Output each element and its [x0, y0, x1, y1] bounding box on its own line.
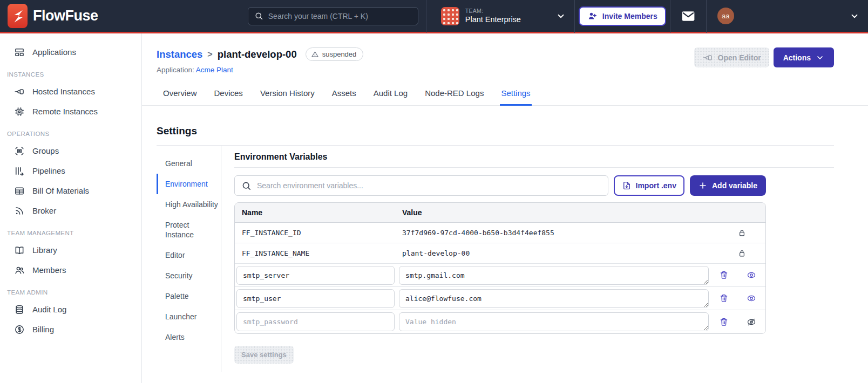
eye-icon	[746, 270, 757, 280]
table-row: alice@flowfuse.com	[235, 287, 765, 310]
trash-icon	[719, 270, 729, 280]
chevron-down-icon	[850, 11, 859, 21]
delete-variable-button[interactable]	[718, 269, 730, 281]
delete-variable-button[interactable]	[718, 292, 730, 304]
variable-name-input[interactable]	[236, 312, 395, 331]
sidebar-item-audit-log[interactable]: Audit Log	[0, 299, 141, 319]
sidebar-item-groups[interactable]: Groups	[0, 141, 141, 161]
broker-icon	[14, 206, 25, 216]
settings-nav-alerts[interactable]: Alerts	[157, 327, 221, 347]
env-search	[234, 175, 608, 196]
add-variable-label: Add variable	[712, 181, 757, 190]
tab-version-history[interactable]: Version History	[259, 85, 316, 106]
divider	[234, 167, 834, 168]
sidebar-item-pipelines[interactable]: Pipelines	[0, 161, 141, 181]
tab-audit-log[interactable]: Audit Log	[372, 85, 409, 106]
library-icon	[14, 245, 25, 256]
sidebar-item-label: Applications	[32, 47, 76, 57]
notifications-button[interactable]	[681, 10, 695, 22]
tab-assets[interactable]: Assets	[331, 85, 357, 106]
settings-nav-protect-instance[interactable]: Protect Instance	[157, 215, 221, 245]
user-plus-icon	[587, 11, 598, 21]
tab-devices[interactable]: Devices	[213, 85, 244, 106]
variable-value-textarea[interactable]: alice@flowfuse.com	[399, 289, 709, 308]
lock-icon	[737, 228, 747, 237]
settings-nav-security[interactable]: Security	[157, 265, 221, 286]
bill-of-materials-icon	[14, 186, 25, 196]
user-menu[interactable]: aa	[707, 8, 868, 24]
settings-nav-launcher[interactable]: Launcher	[157, 306, 221, 327]
breadcrumb: Instances > plant-develop-00 suspended	[157, 47, 363, 61]
variable-value-textarea[interactable]: smtp.gmail.com	[399, 266, 709, 285]
sidebar-item-label: Groups	[32, 146, 59, 155]
invite-members-label: Invite Members	[602, 12, 657, 20]
actions-button[interactable]: Actions	[774, 47, 834, 67]
sidebar-item-applications[interactable]: Applications	[0, 42, 141, 62]
warning-icon	[311, 50, 319, 58]
table-row: smtp.gmail.com	[235, 264, 765, 287]
lock-icon	[737, 249, 747, 258]
sidebar-item-members[interactable]: Members	[0, 260, 141, 280]
sidebar-item-broker[interactable]: Broker	[0, 201, 141, 221]
sidebar-item-hosted-instances[interactable]: Hosted Instances	[0, 81, 141, 101]
sidebar-item-bill-of-materials[interactable]: Bill Of Materials	[0, 181, 141, 201]
applications-icon	[14, 47, 25, 58]
environment-variables-table: Name Value FF_INSTANCE_ID 37f7d969-97cd-…	[234, 202, 766, 334]
toggle-visibility-button[interactable]	[745, 316, 758, 328]
import-file-icon	[622, 181, 632, 190]
settings-nav-general[interactable]: General	[157, 153, 221, 174]
sidebar-item-remote-instances[interactable]: Remote Instances	[0, 101, 141, 121]
team-search-input[interactable]	[268, 12, 412, 20]
toggle-visibility-button[interactable]	[745, 269, 758, 281]
application-link[interactable]: Acme Plant	[196, 66, 233, 74]
mail-wrap	[670, 10, 706, 22]
variable-value: 37f7d969-97cd-4000-b650-b3d4f4eef855	[402, 229, 718, 237]
tab-node-red-logs[interactable]: Node-RED Logs	[424, 85, 485, 106]
team-selector[interactable]: TEAM: Plant Enterprise	[426, 0, 574, 33]
settings-nav-editor[interactable]: Editor	[157, 245, 221, 265]
user-avatar: aa	[717, 8, 734, 24]
team-avatar	[441, 7, 459, 25]
remote-instances-icon	[14, 106, 25, 117]
settings-nav-palette[interactable]: Palette	[157, 286, 221, 306]
invite-members-button[interactable]: Invite Members	[579, 6, 666, 26]
status-badge: suspended	[306, 47, 364, 61]
add-variable-button[interactable]: Add variable	[690, 175, 766, 196]
main-content: Instances > plant-develop-00 suspended A…	[142, 33, 868, 383]
sidebar-item-label: Broker	[32, 206, 56, 215]
open-editor-button[interactable]: Open Editor	[694, 47, 769, 67]
settings-nav-high-availability[interactable]: High Availability	[157, 194, 221, 215]
instance-header: Instances > plant-develop-00 suspended A…	[142, 33, 868, 74]
sidebar-item-label: Pipelines	[32, 166, 65, 175]
sidebar-item-label: Remote Instances	[32, 107, 98, 116]
brand-title: FlowFuse	[33, 8, 98, 24]
node-red-editor-icon	[702, 52, 713, 63]
pipelines-icon	[14, 166, 25, 176]
sidebar-item-library[interactable]: Library	[0, 240, 141, 260]
team-name: Plant Enterprise	[465, 15, 521, 24]
variable-name-input[interactable]	[236, 289, 395, 308]
env-search-input[interactable]	[257, 181, 601, 190]
table-row: FF_INSTANCE_ID 37f7d969-97cd-4000-b650-b…	[235, 223, 765, 243]
trash-icon	[719, 293, 729, 303]
search-icon	[241, 181, 252, 191]
sidebar-item-billing[interactable]: Billing	[0, 319, 141, 339]
team-label: TEAM:	[465, 8, 521, 15]
sidebar-item-label: Hosted Instances	[32, 87, 95, 96]
settings-nav: General Environment High Availability Pr…	[157, 146, 221, 372]
application-line: Application: Acme Plant	[157, 66, 363, 74]
flowfuse-logo[interactable]: FlowFuse	[0, 4, 106, 28]
variable-value-textarea[interactable]	[399, 312, 709, 331]
import-env-button[interactable]: Import .env	[614, 175, 684, 196]
toggle-visibility-button[interactable]	[745, 292, 758, 304]
delete-variable-button[interactable]	[718, 316, 730, 328]
variable-name-input[interactable]	[236, 266, 395, 285]
billing-icon	[14, 324, 25, 335]
settings-nav-environment[interactable]: Environment	[157, 174, 221, 194]
save-settings-button[interactable]: Save settings	[234, 346, 294, 364]
tab-overview[interactable]: Overview	[162, 85, 198, 106]
groups-icon	[14, 146, 25, 156]
tab-settings[interactable]: Settings	[500, 85, 531, 106]
breadcrumb-instances-link[interactable]: Instances	[157, 49, 202, 60]
team-search	[248, 7, 418, 25]
